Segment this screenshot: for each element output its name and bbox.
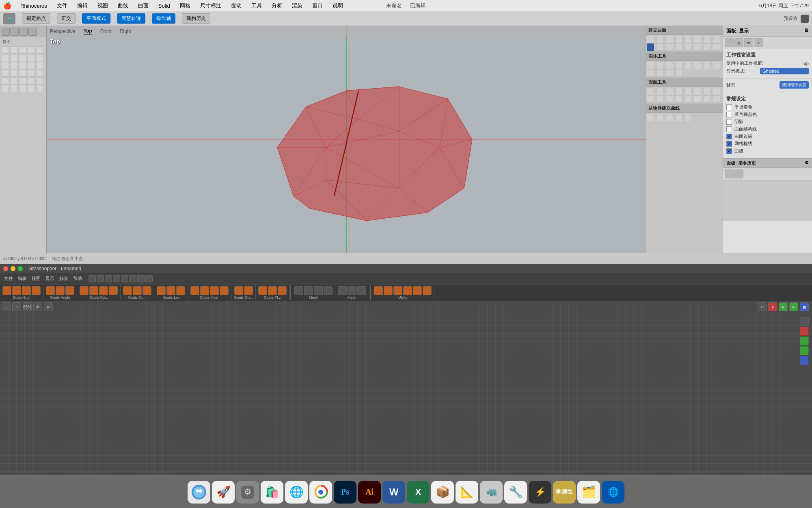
- solid-tool-8[interactable]: [713, 62, 720, 69]
- menu-solid[interactable]: Solid: [156, 2, 173, 10]
- dock-launchpad[interactable]: 🚀: [212, 481, 235, 504]
- menu-surface[interactable]: 曲面: [136, 1, 151, 10]
- gh-toolbar-icon-2[interactable]: [97, 275, 104, 282]
- face-tool-9[interactable]: [647, 96, 654, 103]
- canvas-right-btn-red[interactable]: ●: [768, 302, 777, 311]
- dock-schooldog[interactable]: 学犀生: [553, 481, 576, 504]
- flat-shading-checkbox[interactable]: [726, 104, 732, 110]
- goals-6dof-icon-3[interactable]: [22, 286, 31, 295]
- goals-angle-icon-1[interactable]: [46, 286, 55, 295]
- gh-toolbar-icon-6[interactable]: [129, 275, 136, 282]
- tool-20[interactable]: [37, 69, 44, 77]
- planar-btn[interactable]: 平面模式: [82, 13, 110, 24]
- history-icon-2[interactable]: [734, 169, 743, 178]
- lock-grid-btn[interactable]: 锁定格点: [22, 13, 50, 24]
- face-tool-6[interactable]: [694, 88, 701, 95]
- tool-26[interactable]: [2, 85, 9, 92]
- face-tool-5[interactable]: [685, 88, 692, 95]
- panel-icon-3[interactable]: ✏: [744, 38, 753, 47]
- tool-24[interactable]: [28, 77, 35, 85]
- command-history-content[interactable]: [723, 180, 812, 221]
- tool-23[interactable]: [19, 77, 26, 85]
- menu-rhinoceros[interactable]: Rhinoceros: [18, 2, 50, 10]
- gh-toolbar-icon-5[interactable]: [121, 275, 128, 282]
- face-tool-16[interactable]: [713, 96, 720, 103]
- utility-icon-1[interactable]: [374, 286, 383, 295]
- goals-co1-icon-3[interactable]: [99, 286, 108, 295]
- side-icon-blue[interactable]: [800, 356, 809, 365]
- vertex-color-checkbox[interactable]: [726, 112, 732, 117]
- goals-angle-icon-3[interactable]: [65, 286, 74, 295]
- surface-edges-checkbox[interactable]: ✓: [726, 134, 732, 139]
- goals-co1-icon-2[interactable]: [89, 286, 98, 295]
- mesh2-icon-3[interactable]: [357, 286, 366, 295]
- minimize-btn[interactable]: [11, 266, 15, 271]
- tool-select[interactable]: [2, 46, 9, 54]
- side-icon-green2[interactable]: [800, 346, 809, 355]
- goals-co1-icon-1[interactable]: [80, 286, 89, 295]
- panel-icon-display[interactable]: □: [725, 38, 734, 47]
- dock-sysinfo[interactable]: ⚙: [236, 481, 259, 504]
- goals-lin-icon-2[interactable]: [166, 286, 175, 295]
- dock-finder[interactable]: [188, 481, 210, 504]
- face-tool-1[interactable]: [647, 88, 654, 95]
- palette-icon-4[interactable]: [28, 28, 37, 36]
- menu-transform[interactable]: 变动: [229, 1, 244, 10]
- dock-safari[interactable]: 🌐: [285, 481, 308, 504]
- goals-6dof-icon-2[interactable]: [12, 286, 21, 295]
- palette-icon-2[interactable]: [11, 28, 19, 36]
- mesh2-icon-2[interactable]: [348, 286, 356, 295]
- goals-pt-icon-1[interactable]: [258, 286, 267, 295]
- solid-tool-7[interactable]: [704, 62, 711, 69]
- goals-on-icon-2[interactable]: [244, 286, 253, 295]
- goals-pt-icon-2[interactable]: [268, 286, 277, 295]
- tab-right[interactable]: Right: [120, 28, 131, 34]
- tool-16[interactable]: [2, 69, 9, 77]
- curves-checkbox[interactable]: ✓: [726, 148, 732, 154]
- surface-tool-5[interactable]: [685, 36, 692, 43]
- goals-co2-icon-1[interactable]: [123, 286, 132, 295]
- dock-unknown1[interactable]: 📦: [431, 481, 454, 504]
- surface-tool-13[interactable]: [685, 43, 692, 51]
- dock-unknown4[interactable]: ⚡: [529, 481, 551, 504]
- gh-toolbar-icon-4[interactable]: [113, 275, 120, 282]
- face-tool-13[interactable]: [685, 96, 692, 103]
- side-icon-green[interactable]: [800, 336, 809, 345]
- side-icon-1[interactable]: [800, 317, 809, 326]
- palette-icon-3[interactable]: [19, 28, 28, 36]
- side-icon-red[interactable]: [800, 327, 809, 336]
- menu-tools[interactable]: 工具: [249, 1, 264, 10]
- surface-tool-1[interactable]: [647, 36, 654, 43]
- history-btn[interactable]: 建构历史: [182, 13, 210, 24]
- panel-icon-2[interactable]: ◇: [734, 38, 743, 47]
- dock-photoshop[interactable]: Ps: [334, 481, 356, 504]
- mesh-icon-4[interactable]: [324, 286, 333, 295]
- dock-illustrator[interactable]: Ai: [358, 481, 381, 504]
- menu-window[interactable]: 窗口: [310, 1, 325, 10]
- maximize-btn[interactable]: [18, 266, 23, 271]
- gear-icon[interactable]: ⚙: [804, 28, 809, 35]
- goals-angle-icon-2[interactable]: [56, 286, 65, 295]
- palette-icon-1[interactable]: [2, 28, 10, 36]
- tab-perspective[interactable]: Perspective: [50, 28, 76, 34]
- menu-view[interactable]: 视图: [95, 1, 110, 10]
- gh-toolbar-icon-1[interactable]: [89, 275, 96, 282]
- goals-mesh-icon-4[interactable]: [220, 286, 229, 295]
- tool-29[interactable]: [28, 85, 35, 92]
- goals-6dof-icon-4[interactable]: [32, 286, 41, 295]
- menu-edit[interactable]: 编辑: [75, 1, 90, 10]
- goals-mesh-icon-3[interactable]: [210, 286, 219, 295]
- ortho-btn[interactable]: 正交: [57, 13, 76, 24]
- tool-28[interactable]: [19, 85, 26, 92]
- face-tool-3[interactable]: [666, 88, 673, 95]
- face-tool-14[interactable]: [694, 96, 701, 103]
- surface-tool-10[interactable]: [656, 43, 663, 51]
- close-btn[interactable]: [3, 266, 8, 271]
- dock-app-store[interactable]: 🛍️: [261, 481, 283, 504]
- solid-tool-4[interactable]: [675, 62, 682, 69]
- tab-top[interactable]: Top: [84, 28, 92, 35]
- tool-27[interactable]: [10, 85, 17, 92]
- solid-tool-5[interactable]: [685, 62, 692, 69]
- gh-menu-solution[interactable]: 解算: [58, 275, 70, 282]
- surface-tool-15[interactable]: [704, 43, 711, 51]
